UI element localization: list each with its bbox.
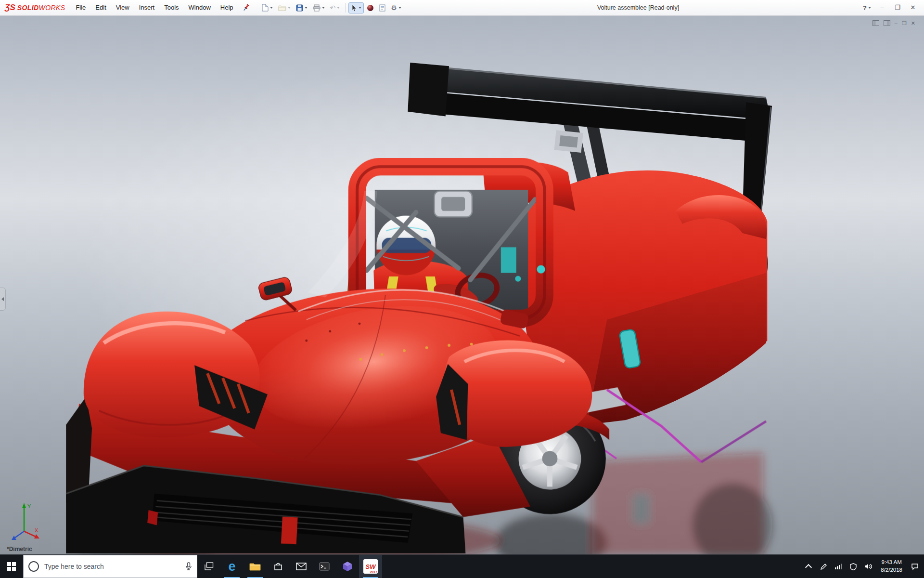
- caret-down-icon: [359, 7, 361, 9]
- caret-down-icon: [288, 7, 291, 9]
- caret-down-icon: [337, 7, 340, 9]
- open-icon: [278, 4, 286, 11]
- console-icon: [319, 562, 330, 571]
- toolbar-separator: [345, 3, 346, 13]
- help-button[interactable]: ?: [860, 4, 874, 12]
- mail-icon: [296, 563, 307, 570]
- undo-button[interactable]: ↶: [328, 2, 343, 13]
- menu-file[interactable]: File: [71, 0, 90, 15]
- new-document-button[interactable]: [259, 2, 275, 13]
- save-icon: [296, 4, 303, 12]
- sw-icon-year: 2017: [370, 570, 377, 574]
- chevron-left-icon: [1, 297, 4, 301]
- windows-taskbar: e: [0, 554, 924, 578]
- minimize-button[interactable]: –: [875, 0, 889, 15]
- feature-panel-collapsed-tab[interactable]: [0, 288, 6, 311]
- console-app-button[interactable]: [313, 555, 336, 578]
- solidworks-logo: ƷS SOLID WORKS: [0, 3, 71, 13]
- caret-down-icon: [270, 7, 273, 9]
- solidworks-icon: SW 2017: [363, 559, 378, 574]
- teal-accent: [515, 276, 521, 282]
- tow-hook: [281, 517, 298, 544]
- graphics-viewport[interactable]: – ❐ ✕ Y X *Dimetric: [0, 16, 924, 554]
- file-explorer-button[interactable]: [244, 555, 267, 578]
- maximize-button[interactable]: ❐: [890, 0, 905, 15]
- task-view-button[interactable]: [197, 555, 220, 578]
- store-button[interactable]: [267, 555, 290, 578]
- caret-down-icon: [305, 7, 308, 9]
- menu-view[interactable]: View: [111, 0, 134, 15]
- shield-icon[interactable]: [849, 562, 858, 571]
- caret-down-icon: [868, 7, 871, 9]
- search-input[interactable]: [43, 562, 181, 571]
- edge-icon: e: [228, 560, 235, 573]
- menu-tools[interactable]: Tools: [159, 0, 183, 15]
- clock-date: 8/2/2018: [881, 566, 902, 574]
- pane-left-icon[interactable]: [873, 20, 879, 26]
- save-button[interactable]: [294, 2, 310, 13]
- windows-logo-icon: [7, 562, 16, 571]
- standard-toolbar: ↶: [259, 2, 404, 13]
- pen-icon[interactable]: [819, 562, 828, 571]
- menu-window[interactable]: Window: [184, 0, 216, 15]
- titlebar: ƷS SOLID WORKS File Edit View Insert Too…: [0, 0, 924, 16]
- print-button[interactable]: [310, 2, 327, 13]
- pin-icon[interactable]: [243, 4, 250, 12]
- interior-teal-panel: [501, 247, 516, 273]
- volume-icon[interactable]: [864, 562, 873, 571]
- cortana-icon: [28, 561, 39, 572]
- triad-x-label: X: [35, 527, 38, 533]
- select-button[interactable]: [348, 2, 364, 13]
- task-view-icon: [204, 562, 214, 571]
- orientation-triad: Y X: [8, 501, 44, 544]
- viewport-3d-scene[interactable]: [0, 16, 924, 554]
- taskbar-clock[interactable]: 9:43 AM 8/2/2018: [879, 558, 904, 575]
- clock-time: 9:43 AM: [881, 559, 902, 566]
- select-cursor-icon: [351, 4, 357, 12]
- new-document-icon: [262, 4, 269, 12]
- print-icon: [313, 4, 321, 12]
- logo-text-solid: SOLID: [17, 4, 39, 12]
- teal-accent: [537, 265, 545, 274]
- mic-icon[interactable]: [185, 562, 192, 571]
- start-button[interactable]: [0, 555, 23, 578]
- sw-icon-label: SW: [366, 564, 376, 570]
- cube-app-icon: [343, 561, 352, 572]
- menu-help[interactable]: Help: [216, 0, 238, 15]
- options-button[interactable]: ⚙: [388, 2, 404, 13]
- network-icon[interactable]: [834, 562, 843, 571]
- document-title: Voiture assemblee [Read-only]: [597, 4, 679, 11]
- pane-right-icon[interactable]: [884, 20, 890, 26]
- window-controls: ? – ❐ ✕: [860, 0, 924, 15]
- view-orientation-label: *Dimetric: [7, 546, 32, 552]
- system-tray: 9:43 AM 8/2/2018: [799, 555, 924, 578]
- document-properties-icon: [379, 4, 385, 12]
- document-properties-button[interactable]: [377, 2, 388, 13]
- caret-down-icon: [398, 7, 401, 9]
- child-close-button[interactable]: ✕: [911, 20, 915, 26]
- file-explorer-icon: [249, 562, 261, 571]
- child-restore-button[interactable]: ❐: [902, 20, 907, 26]
- logo-text-works: WORKS: [39, 4, 65, 12]
- taskbar-search[interactable]: [23, 555, 197, 578]
- close-button[interactable]: ✕: [906, 0, 920, 15]
- store-icon: [273, 562, 283, 571]
- child-minimize-button[interactable]: –: [895, 20, 898, 26]
- center-mirror-housing[interactable]: [434, 191, 472, 217]
- solidworks-window: ƷS SOLID WORKS File Edit View Insert Too…: [0, 0, 924, 578]
- mail-button[interactable]: [290, 555, 313, 578]
- tray-chevron-icon[interactable]: [804, 562, 813, 571]
- open-button[interactable]: [276, 2, 293, 13]
- undo-icon: ↶: [330, 4, 336, 11]
- edge-button[interactable]: e: [220, 555, 244, 578]
- help-label: ?: [863, 4, 867, 12]
- menu-insert[interactable]: Insert: [134, 0, 160, 15]
- appearance-sphere-icon: [367, 4, 374, 12]
- cube-app-button[interactable]: [336, 555, 359, 578]
- appearance-button[interactable]: [364, 2, 376, 13]
- action-center-icon[interactable]: [911, 562, 919, 571]
- 3ds-logo-mark: ƷS: [5, 3, 15, 13]
- triad-y-label: Y: [27, 503, 31, 509]
- solidworks-taskbar-button[interactable]: SW 2017: [359, 555, 382, 578]
- menu-edit[interactable]: Edit: [90, 0, 111, 15]
